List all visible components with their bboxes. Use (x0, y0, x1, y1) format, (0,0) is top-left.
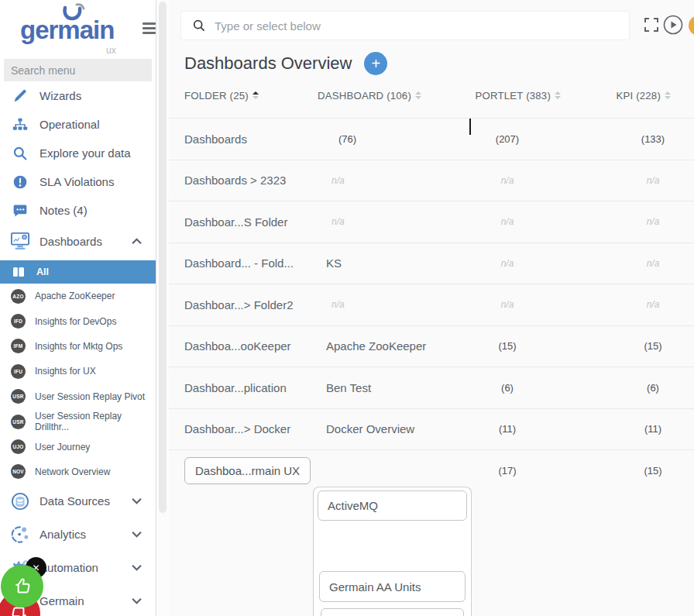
chevron-up-icon (132, 238, 142, 245)
analytics-icon (11, 525, 29, 544)
folder-cell: Dashboar...plication (184, 381, 318, 394)
table-row[interactable]: Dashboa...ooKeeper Apache ZooKeeper (15)… (169, 325, 694, 367)
sidebar-nav: Wizards Operational Explore your data SL… (0, 81, 156, 616)
table-row[interactable]: Dashboards > 2323 n/a n/a n/a (169, 160, 694, 201)
fullscreen-icon[interactable] (644, 17, 659, 33)
table-body: Dashboards (76) (207) (133) Dashboards >… (169, 118, 694, 491)
dashboard-dropdown-panel: ActiveMQ Germain AA Units (313, 487, 472, 616)
grid-icon (13, 267, 24, 277)
dropdown-option[interactable]: Germain AA Units (319, 571, 466, 602)
column-header-portlet[interactable]: PORTLET (383) (434, 90, 581, 102)
column-header-dashboard[interactable]: DASHBOARD (106) (318, 90, 434, 102)
table-row[interactable]: Dashboar...> Folder2 n/a n/a n/a (169, 284, 694, 325)
table-row[interactable]: Dashboa...rmain UX (17) (15) (169, 449, 694, 491)
selected-folder-box[interactable]: Dashboa...rmain UX (184, 457, 311, 484)
main-search-input[interactable] (215, 19, 629, 33)
sidebar-item-network-overview[interactable]: NOV Network Overview (0, 459, 156, 484)
dropdown-option[interactable] (321, 608, 464, 616)
sidebar-item-operational[interactable]: Operational (0, 110, 156, 139)
logo-text: germain (20, 15, 114, 45)
search-icon (192, 19, 206, 33)
thumbs-up-button[interactable] (1, 565, 43, 607)
sidebar-item-usr-drillthrough[interactable]: USR User Session Replay Drillthr... (0, 409, 156, 434)
sidebar-item-label: Network Overview (35, 466, 110, 477)
sidebar-item-label: Automation (40, 561, 98, 574)
portlet-cell: n/a (434, 258, 581, 269)
exclamation-circle-icon (11, 173, 29, 191)
avatar: UJO (11, 439, 26, 454)
dashboard-cell: n/a (318, 175, 434, 186)
dashboard-cell: (76) (318, 133, 434, 145)
folder-cell: Dashboar...> Folder2 (184, 298, 318, 311)
sidebar-item-label: Explore your data (40, 146, 131, 160)
column-header-folder[interactable]: FOLDER (25) (184, 90, 318, 102)
table-row[interactable]: Dashboar...S Folder n/a n/a n/a (169, 201, 694, 243)
sidebar-item-label: User Session Replay Pivot (35, 391, 145, 402)
sidebar-item-label: Operational (40, 118, 100, 131)
avatar: NOV (11, 464, 26, 479)
search-icon (11, 144, 29, 163)
sidebar-item-label: Dashboards (40, 235, 102, 248)
sidebar-item-usr-pivot[interactable]: USR User Session Replay Pivot (0, 384, 156, 409)
sidebar-item-insights-ux[interactable]: IFU Insights for UX (0, 359, 156, 384)
avatar: USR (11, 389, 26, 404)
folder-cell: Dashboar...S Folder (184, 215, 318, 229)
column-header-kpi[interactable]: KPI (228) (581, 90, 694, 102)
sidebar-item-analytics[interactable]: Analytics (0, 518, 156, 551)
avatar: IFU (11, 364, 26, 379)
sidebar-item-wizards[interactable]: Wizards (0, 81, 156, 110)
dashboard-monitor-icon (11, 232, 29, 250)
folder-cell: Dashboards (184, 132, 318, 146)
kpi-cell: (15) (581, 340, 694, 352)
sidebar-item-apache-zookeeper[interactable]: AZO Apache ZooKeeper (0, 284, 156, 308)
kpi-cell: n/a (581, 299, 694, 310)
thumbs-up-icon (12, 576, 33, 597)
add-button[interactable]: + (364, 52, 387, 75)
sidebar-scrollbar[interactable] (157, 0, 169, 616)
table-row[interactable]: Dashboard... - Fold... KS n/a n/a (169, 243, 694, 284)
pen-icon (11, 87, 29, 105)
sidebar-item-dashboards[interactable]: Dashboards (0, 225, 156, 257)
sidebar-search-input[interactable] (4, 59, 152, 81)
sidebar-item-user-journey[interactable]: UJO User Journey (0, 434, 156, 459)
sidebar-item-label: Germain (40, 594, 84, 607)
sidebar-item-label: Notes (4) (40, 204, 88, 217)
sidebar-item-explore[interactable]: Explore your data (0, 139, 156, 167)
sitemap-icon (11, 115, 29, 134)
portlet-cell: (15) (434, 340, 581, 352)
table-header: FOLDER (25) DASHBOARD (106) PORTLET (383… (184, 82, 694, 108)
sidebar-item-insights-mktg-ops[interactable]: IFM Insights for Mktg Ops (0, 334, 156, 359)
sort-icon (415, 91, 421, 99)
folder-cell: Dashboard... - Fold... (184, 256, 318, 270)
dashboard-cell: Docker Overview (318, 422, 434, 435)
table-row[interactable]: Dashboar...> Docker Docker Overview (11)… (169, 408, 694, 450)
table-row[interactable]: Dashboards (76) (207) (133) (169, 118, 694, 160)
sidebar-item-dashboards-all[interactable]: All (0, 260, 156, 284)
scrollbar-thumb[interactable] (159, 2, 167, 513)
avatar: USR (11, 415, 26, 429)
chevron-down-icon (132, 497, 142, 504)
table-row[interactable]: Dashboar...plication Ben Test (6) (6) (169, 367, 694, 408)
comment-icon (11, 201, 29, 220)
kpi-cell: n/a (581, 216, 694, 227)
kpi-cell: n/a (581, 175, 694, 186)
sidebar-item-label: Apache ZooKeeper (35, 291, 115, 301)
dashboard-cell: n/a (318, 216, 434, 227)
chevron-down-icon (132, 564, 142, 571)
portlet-cell: n/a (434, 175, 581, 186)
sort-icon (555, 91, 561, 99)
sidebar: germain ux Wizards Operational Explore y… (0, 0, 156, 616)
sidebar-item-insights-devops[interactable]: IFD Insights for DevOps (0, 308, 156, 333)
sidebar-item-label: Analytics (40, 528, 86, 541)
folder-cell: Dashboar...> Docker (184, 422, 318, 435)
sidebar-item-data-sources[interactable]: Data Sources (0, 484, 156, 518)
dashboard-cell: Apache ZooKeeper (318, 339, 434, 353)
sidebar-item-label: Insights for DevOps (35, 316, 116, 327)
dropdown-option[interactable]: ActiveMQ (318, 490, 467, 521)
hamburger-menu-icon[interactable] (143, 22, 156, 36)
sidebar-item-notes[interactable]: Notes (4) (0, 196, 156, 225)
portlet-cell: n/a (434, 299, 581, 310)
edge-cutoff-button[interactable] (689, 15, 694, 36)
play-icon[interactable] (663, 15, 683, 35)
sidebar-item-sla-violations[interactable]: SLA Violations (0, 167, 156, 196)
